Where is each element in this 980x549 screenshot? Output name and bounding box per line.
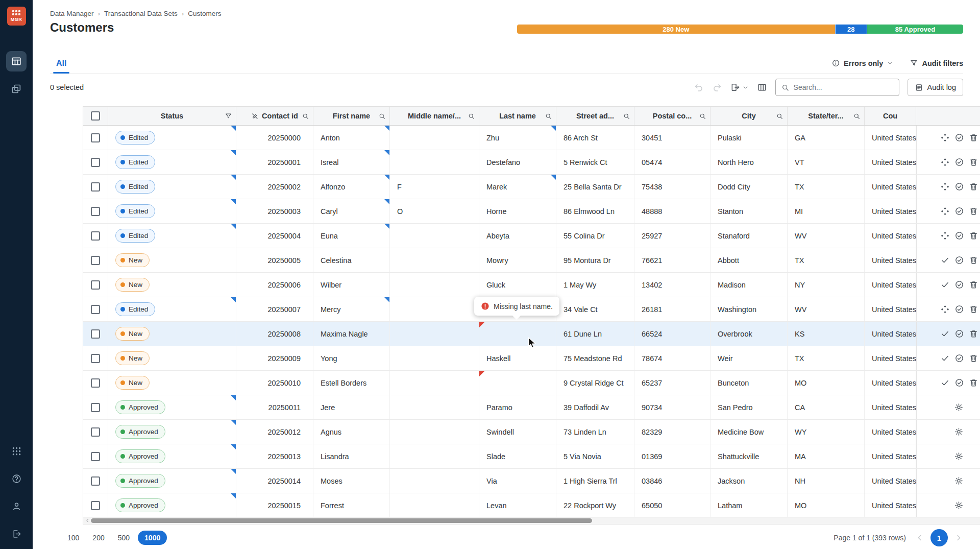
documents-icon[interactable] <box>6 79 27 99</box>
cell-street_address[interactable]: 1 High Sierra Trl <box>556 469 634 493</box>
review-icon[interactable] <box>940 206 950 216</box>
cell-contact_id[interactable]: 20250007 <box>236 297 313 321</box>
check-circle-icon[interactable] <box>954 231 964 241</box>
cell-street_address[interactable]: 34 Vale Ct <box>556 297 634 321</box>
cell-contact_id[interactable]: 20250014 <box>236 469 313 493</box>
cell-middle_name[interactable] <box>390 395 479 419</box>
cell-middle_name[interactable] <box>390 493 479 517</box>
filter-icon[interactable] <box>225 112 232 120</box>
cell-country[interactable]: United States <box>865 395 916 419</box>
search-field[interactable] <box>775 79 899 96</box>
cell-middle_name[interactable]: O <box>390 199 479 223</box>
column-header-last_name[interactable]: Last name <box>479 107 556 125</box>
row-checkbox[interactable] <box>91 378 100 388</box>
cell-city[interactable]: Stanton <box>710 199 788 223</box>
cell-country[interactable]: United States <box>865 297 916 321</box>
row-checkbox[interactable] <box>91 354 100 363</box>
check-circle-icon[interactable] <box>954 378 964 388</box>
cell-street_address[interactable]: 9 Crystal Ridge Ct <box>556 371 634 395</box>
cell-city[interactable]: Pulaski <box>710 126 788 150</box>
cell-middle_name[interactable] <box>390 126 479 150</box>
cell-street_address[interactable]: 5 Renwick Ct <box>556 150 634 174</box>
cell-city[interactable]: San Pedro <box>710 395 788 419</box>
cell-contact_id[interactable]: 20250006 <box>236 273 313 297</box>
column-header-country[interactable]: Cou <box>865 107 916 125</box>
cell-contact_id[interactable]: 20250013 <box>236 444 313 468</box>
user-icon[interactable] <box>9 499 23 513</box>
cell-street_address[interactable]: 25 Bella Santa Dr <box>556 175 634 199</box>
help-icon[interactable] <box>9 471 23 486</box>
cell-state[interactable]: KS <box>788 322 865 346</box>
search-icon[interactable] <box>302 112 309 120</box>
cell-postal_code[interactable]: 26181 <box>634 297 710 321</box>
apps-grid-icon[interactable] <box>9 444 23 458</box>
cell-first_name[interactable]: Wilber <box>313 273 390 297</box>
cell-middle_name[interactable] <box>390 420 479 444</box>
cell-state[interactable]: MO <box>788 371 865 395</box>
cell-state[interactable]: MI <box>788 199 865 223</box>
cell-city[interactable]: Stanaford <box>710 224 788 248</box>
row-checkbox[interactable] <box>91 305 100 314</box>
audit-filters-button[interactable]: Audit filters <box>910 59 963 67</box>
cell-first_name[interactable]: Celestina <box>313 248 390 272</box>
column-header-postal_code[interactable]: Postal co... <box>634 107 710 125</box>
page-size-1000[interactable]: 1000 <box>138 531 167 545</box>
cell-state[interactable]: TX <box>788 248 865 272</box>
cell-state[interactable]: NY <box>788 273 865 297</box>
cell-city[interactable]: Washington <box>710 297 788 321</box>
search-input[interactable] <box>794 83 894 91</box>
search-icon[interactable] <box>853 112 861 120</box>
cell-postal_code[interactable]: 78674 <box>634 346 710 370</box>
cell-state[interactable]: GA <box>788 126 865 150</box>
delete-icon[interactable] <box>969 329 978 339</box>
cell-state[interactable]: CA <box>788 395 865 419</box>
check-circle-icon[interactable] <box>954 304 964 314</box>
review-icon[interactable] <box>940 133 950 142</box>
cell-first_name[interactable]: Anton <box>313 126 390 150</box>
row-checkbox[interactable] <box>91 207 100 216</box>
cell-last_name[interactable]: Abeyta <box>479 224 556 248</box>
cell-city[interactable]: Weir <box>710 346 788 370</box>
cell-country[interactable]: United States <box>865 273 916 297</box>
cell-postal_code[interactable]: 25927 <box>634 224 710 248</box>
cell-country[interactable]: United States <box>865 248 916 272</box>
row-checkbox[interactable] <box>91 280 100 290</box>
cell-contact_id[interactable]: 20250005 <box>236 248 313 272</box>
cell-middle_name[interactable] <box>390 224 479 248</box>
page-size-100[interactable]: 100 <box>62 531 84 545</box>
search-icon[interactable] <box>699 112 706 120</box>
cell-status[interactable]: Edited <box>108 175 236 199</box>
cell-contact_id[interactable]: 20250000 <box>236 126 313 150</box>
cell-state[interactable]: MO <box>788 493 865 517</box>
cell-first_name[interactable]: Maxima Nagle <box>313 322 390 346</box>
cell-postal_code[interactable]: 75438 <box>634 175 710 199</box>
cell-last_name[interactable]: Horne <box>479 199 556 223</box>
cell-street_address[interactable]: 86 Elmwood Ln <box>556 199 634 223</box>
cell-street_address[interactable]: 86 Arch St <box>556 126 634 150</box>
cell-first_name[interactable]: Isreal <box>313 150 390 174</box>
cell-postal_code[interactable]: 05474 <box>634 150 710 174</box>
cell-state[interactable]: VT <box>788 150 865 174</box>
app-logo[interactable]: MGR <box>7 7 26 26</box>
cell-city[interactable]: Bunceton <box>710 371 788 395</box>
delete-icon[interactable] <box>969 133 978 142</box>
cell-postal_code[interactable]: 48888 <box>634 199 710 223</box>
cell-first_name[interactable]: Yong <box>313 346 390 370</box>
cell-last_name[interactable]: Paramo <box>479 395 556 419</box>
settings-icon[interactable] <box>954 451 964 461</box>
cell-first_name[interactable]: Agnus <box>313 420 390 444</box>
tab-all[interactable]: All <box>50 54 72 73</box>
settings-icon[interactable] <box>954 476 964 486</box>
prev-page-icon[interactable] <box>915 533 924 542</box>
search-icon[interactable] <box>623 112 630 120</box>
cell-country[interactable]: United States <box>865 224 916 248</box>
undo-icon[interactable] <box>694 82 704 92</box>
row-checkbox[interactable] <box>91 452 100 461</box>
cell-country[interactable]: United States <box>865 469 916 493</box>
cell-city[interactable]: Dodd City <box>710 175 788 199</box>
delete-icon[interactable] <box>969 157 978 167</box>
export-button[interactable] <box>730 82 749 92</box>
search-icon[interactable] <box>545 112 552 120</box>
column-header-first_name[interactable]: First name <box>313 107 390 125</box>
breadcrumb-item[interactable]: Transactional Data Sets <box>104 10 178 17</box>
